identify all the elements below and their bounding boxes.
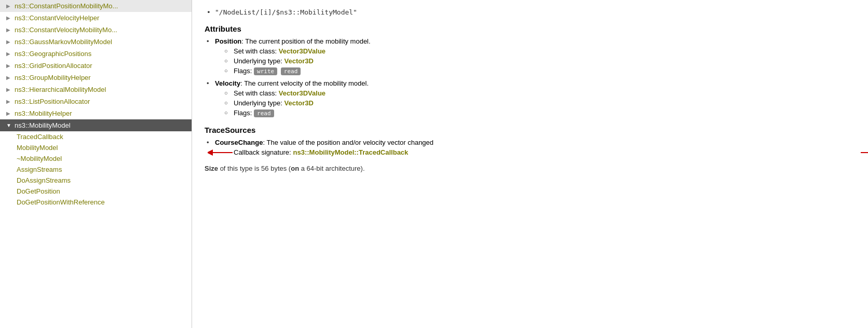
sidebar-child-DoGetPosition[interactable]: DoGetPosition [0,186,192,197]
velocity-sub-list: Set with class: Vector3DValue Underlying… [223,89,856,117]
on-bold: on [291,165,299,172]
course-change-item: CourseChange: The value of the position … [205,139,856,156]
velocity-desc: The current velocity of the mobility mod… [244,79,369,87]
velocity-attribute: Velocity: The current velocity of the mo… [205,79,856,117]
sidebar-arrow: ▼ [6,122,11,128]
vel-flags-label: Flags: [234,109,252,117]
underlying-label: Underlying type: [234,57,282,65]
left-arrow-svg [208,147,234,158]
flag-read: read [281,67,301,75]
set-class-label: Set with class: [234,47,277,55]
velocity-set-class: Set with class: Vector3DValue [223,89,856,97]
sidebar-item-label: ns3::GroupMobilityHelper [15,74,91,81]
sidebar-arrow: ▶ [6,27,11,33]
velocity-underlying-link[interactable]: Vector3D [284,99,314,107]
sidebar-item-label: ns3::MobilityModel [15,121,71,129]
sidebar-item-label: ns3::ConstantVelocityHelper [15,14,99,22]
sidebar-arrow: ▶ [6,3,11,9]
sidebar-item-ConstantVelocityMobilityModel[interactable]: ▶ ns3::ConstantVelocityMobilityMo... [0,24,192,36]
course-change-name: CourseChange [215,139,263,146]
tracesources-heading: TraceSources [205,126,856,134]
position-set-class: Set with class: Vector3DValue [223,47,856,55]
sidebar-arrow: ▶ [6,15,11,21]
tracesources-list: CourseChange: The value of the position … [205,139,856,156]
position-attr-name: Position [215,37,241,45]
callback-line: Callback signature: ns3::MobilityModel::… [215,148,856,156]
position-desc: The current position of the mobility mod… [245,37,370,45]
sidebar-item-label: ns3::ListPositionAllocator [15,98,90,105]
attributes-heading: Attributes [205,24,856,33]
callback-label: Callback signature: [234,148,291,156]
flag-read-velocity: read [254,110,274,117]
position-set-class-link[interactable]: Vector3DValue [279,47,326,55]
sidebar-item-GeographicPositions[interactable]: ▶ ns3::GeographicPositions [0,48,192,60]
position-underlying-link[interactable]: Vector3D [284,57,314,65]
sidebar-child-TracedCallback[interactable]: TracedCallback [0,131,192,142]
attributes-list: Position: The current position of the mo… [205,37,856,117]
velocity-underlying-type: Underlying type: Vector3D [223,99,856,107]
flag-write: write [254,67,277,75]
right-arrow-svg [861,147,868,158]
sidebar-arrow: ▶ [6,51,11,57]
velocity-set-class-link[interactable]: Vector3DValue [279,89,326,97]
sidebar-item-HierarchicalMobilityModel[interactable]: ▶ ns3::HierarchicalMobilityModel [0,84,192,95]
sidebar-child-AssignStreams[interactable]: AssignStreams [0,164,192,175]
flags-label: Flags: [234,67,252,75]
sidebar-item-MobilityModel[interactable]: ▼ ns3::MobilityModel [0,119,192,131]
sidebar-item-ConstantPositionMobilityModel[interactable]: ▶ ns3::ConstantPositionMobilityMo... [0,0,192,12]
position-flags: Flags: write read [223,67,856,75]
velocity-attr-name: Velocity [215,79,240,87]
sidebar-arrow: ▶ [6,75,11,80]
position-sub-list: Set with class: Vector3DValue Underlying… [223,47,856,75]
sidebar-item-ConstantVelocityHelper[interactable]: ▶ ns3::ConstantVelocityHelper [0,12,192,24]
sidebar-item-label: ns3::GaussMarkovMobilityModel [15,38,112,46]
sidebar-item-label: ns3::GridPositionAllocator [15,62,92,70]
main-content: "/NodeList/[i]/$ns3::MobilityModel" Attr… [192,0,868,328]
callback-value-link[interactable]: ns3::MobilityModel::TracedCallback [293,148,409,156]
course-change-desc: The value of the position and/or velocit… [266,139,433,146]
sidebar-item-GridPositionAllocator[interactable]: ▶ ns3::GridPositionAllocator [0,60,192,72]
sidebar-child-DestructorMobilityModel[interactable]: ~MobilityModel [0,153,192,164]
sidebar-child-DoGetPositionWithReference[interactable]: DoGetPositionWithReference [0,197,192,208]
sidebar-item-MobilityHelper[interactable]: ▶ ns3::MobilityHelper [0,107,192,119]
size-bold: Size [205,165,218,172]
size-note: Size of this type is 56 bytes (on a 64-b… [205,165,856,172]
position-attribute: Position: The current position of the mo… [205,37,856,75]
sidebar-arrow: ▶ [6,87,11,92]
sidebar-item-label: ns3::GeographicPositions [15,50,91,58]
sidebar-item-label: ns3::MobilityHelper [15,110,72,117]
vel-underlying-label: Underlying type: [234,99,282,107]
velocity-flags: Flags: read [223,109,856,117]
sidebar-arrow: ▶ [6,63,11,69]
sidebar-item-label: ns3::ConstantPositionMobilityMo... [15,2,118,10]
sidebar-item-ListPositionAllocator[interactable]: ▶ ns3::ListPositionAllocator [0,95,192,107]
vel-set-class-label: Set with class: [234,89,277,97]
path-item: "/NodeList/[i]/$ns3::MobilityModel" [205,8,856,16]
sidebar-child-DoAssignStreams[interactable]: DoAssignStreams [0,175,192,186]
sidebar-arrow: ▶ [6,99,11,104]
sidebar-child-MobilityModel[interactable]: MobilityModel [0,142,192,153]
sidebar-arrow: ▶ [6,39,11,45]
sidebar-arrow: ▶ [6,111,11,116]
sidebar-item-GroupMobilityHelper[interactable]: ▶ ns3::GroupMobilityHelper [0,72,192,84]
sidebar-item-GaussMarkovMobilityModel[interactable]: ▶ ns3::GaussMarkovMobilityModel [0,36,192,48]
sidebar: ▶ ns3::ConstantPositionMobilityMo... ▶ n… [0,0,192,328]
sidebar-item-label: ns3::HierarchicalMobilityModel [15,86,106,93]
sidebar-item-label: ns3::ConstantVelocityMobilityMo... [15,26,117,34]
position-underlying-type: Underlying type: Vector3D [223,57,856,65]
